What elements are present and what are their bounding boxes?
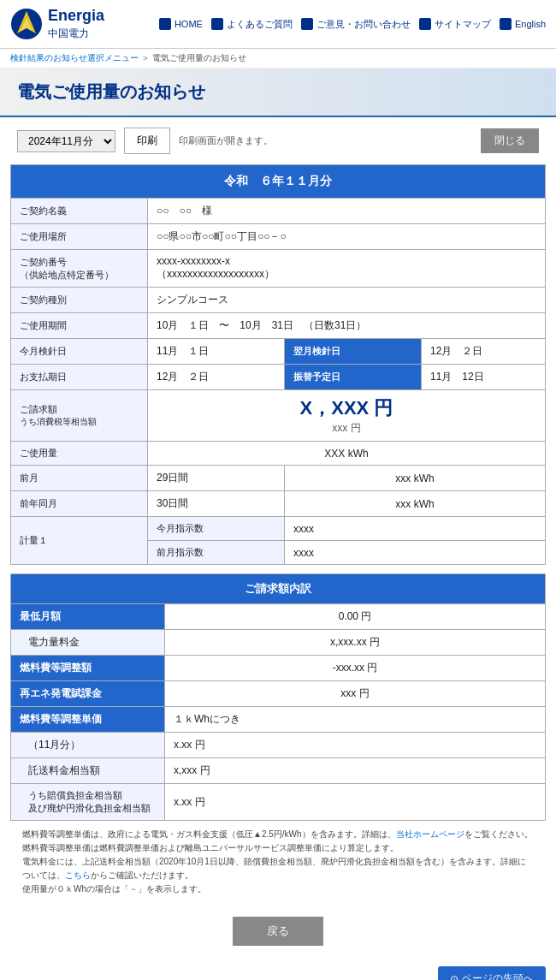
value-billing: X，XXX 円 xxx 円: [148, 390, 546, 442]
close-button[interactable]: 閉じる: [481, 128, 539, 153]
nav-home[interactable]: HHOME: [159, 18, 203, 30]
label-meter1: 計量１: [11, 517, 148, 565]
footnote-link-1[interactable]: 当社ホームページ: [396, 829, 464, 839]
value-this-meter-date: 11月 １日: [148, 339, 285, 365]
nav-faq[interactable]: ?よくあるご質問: [211, 18, 293, 31]
table-row: ご契約番号（供給地点特定番号） xxxx-xxxxxxxx-x（xxxxxxxx…: [11, 250, 546, 288]
table-row-payment: お支払期日 12月 ２日 振替予定日 11月 12日: [11, 365, 546, 390]
label-this-meter-date: 今月検針日: [11, 339, 148, 365]
table-row-billing: ご請求額うち消費税等相当額 X，XXX 円 xxx 円: [11, 390, 546, 442]
page-title: 電気ご使用量のお知らせ: [17, 80, 539, 104]
breadcrumb-current: 電気ご使用量のお知らせ: [152, 53, 246, 62]
value-payment-due: 12月 ２日: [148, 365, 285, 390]
value-usage: XXX kWh: [148, 442, 546, 466]
sitemap-icon: S: [419, 18, 431, 30]
label-electricity-fee: 電力量料金: [11, 630, 165, 656]
billing-row-unit-header: 燃料費等調整単価 １ｋWhにつき: [11, 707, 546, 733]
billing-row-taku: 託送料金相当額 x,xxx 円: [11, 758, 546, 784]
breadcrumb: 検針結果のお知らせ選択メニュー ＞ 電気ご使用量のお知らせ: [0, 49, 556, 68]
nav-english[interactable]: EEnglish: [500, 18, 546, 30]
home-icon: H: [159, 18, 171, 30]
billing-sub-value: xxx 円: [157, 421, 536, 436]
table-row: ご使用場所 ○○県○○市○○町○○丁目○○－○: [11, 224, 546, 250]
billing-row-electricity: 電力量料金 x,xxx.xx 円: [11, 630, 546, 656]
label-payment-due: お支払期日: [11, 365, 148, 390]
nav-links: HHOME ?よくあるご質問 Mご意見・お問い合わせ Sサイトマップ EEngl…: [159, 18, 546, 31]
value-contract-num: xxxx-xxxxxxxx-x（xxxxxxxxxxxxxxxxxxx）: [148, 250, 546, 288]
label-usage: ご使用量: [11, 442, 148, 466]
print-button[interactable]: 印刷: [124, 128, 170, 154]
billing-row-min: 最低月額 0.00 円: [11, 604, 546, 630]
label-contract-type: ご契約種別: [11, 288, 148, 313]
table-row-prev-month: 前月 29日間 xxx kWh: [11, 466, 546, 491]
label-usage-period: ご使用期間: [11, 313, 148, 339]
billing-detail-header: ご請求額内訳: [11, 574, 546, 604]
label-contract-num: ご契約番号（供給地点特定番号）: [11, 250, 148, 288]
nav-sitemap[interactable]: Sサイトマップ: [419, 18, 491, 31]
value-renewable: xxx 円: [165, 681, 546, 707]
value-contract-type: シンプルコース: [148, 288, 546, 313]
footnote-1: 燃料費等調整単価は、政府による電気・ガス料金支援（低圧▲2.5円/kWh）を含み…: [22, 828, 534, 841]
month-select[interactable]: 2024年11月分 2024年10月分 2024年9月分: [17, 130, 115, 152]
billing-row-unit-sub: （11月分） x.xx 円: [11, 733, 546, 758]
label-unit-sub: （11月分）: [11, 733, 165, 758]
back-button[interactable]: 戻る: [233, 917, 323, 946]
nav-contact[interactable]: Mご意見・お問い合わせ: [301, 18, 411, 31]
label-this-month-reading: 今月指示数: [148, 517, 285, 541]
back-button-area: 戻る: [10, 903, 546, 959]
footnote-3: 電気料金には、上記送料金相当額（2020年10月1日以降、賠償費担金相当額、廃炉…: [22, 855, 534, 882]
controls-area: 2024年11月分 2024年10月分 2024年9月分 印刷 印刷画面が開きま…: [0, 117, 556, 164]
table-row-meter-dates: 今月検針日 11月 １日 翌月検針日 12月 ２日: [11, 339, 546, 365]
page-title-bar: 電気ご使用量のお知らせ: [0, 68, 556, 117]
value-electricity-fee: x,xxx.xx 円: [165, 630, 546, 656]
label-transfer-date: 振替予定日: [285, 365, 422, 390]
footnote-link-3[interactable]: こちら: [65, 870, 91, 880]
breadcrumb-link[interactable]: 検針結果のお知らせ選択メニュー: [10, 53, 139, 62]
label-prev-year: 前年同月: [11, 491, 148, 517]
label-min-monthly: 最低月額: [11, 604, 165, 630]
value-unit-header: １ｋWhにつき: [165, 707, 546, 733]
label-unit-header: 燃料費等調整単価: [11, 707, 165, 733]
value-keiyaku-name: ○○ ○○ 様: [148, 199, 546, 224]
label-prev-month-reading: 前月指示数: [148, 541, 285, 565]
table-row: ご契約種別 シンプルコース: [11, 288, 546, 313]
value-location: ○○県○○市○○町○○丁目○○－○: [148, 224, 546, 250]
value-taku: x,xxx 円: [165, 758, 546, 784]
table-row-prev-year: 前年同月 30日間 xxx kWh: [11, 491, 546, 517]
print-note: 印刷画面が開きます。: [179, 134, 273, 147]
table-row: ご契約名義 ○○ ○○ 様: [11, 199, 546, 224]
billing-main-value: X，XXX 円: [157, 395, 536, 421]
label-prev-month: 前月: [11, 466, 148, 491]
breadcrumb-separator: ＞: [141, 53, 150, 62]
label-renewable: 再エネ発電賦課金: [11, 681, 165, 707]
table-row-meter1-label: 計量１ 今月指示数 xxxx: [11, 517, 546, 541]
label-haisho: うち賠償負担金相当額及び廃炉円滑化負担金相当額: [11, 784, 165, 821]
value-usage-period: 10月 １日 〜 10月 31日 （日数31日）: [148, 313, 546, 339]
billing-row-haisho: うち賠償負担金相当額及び廃炉円滑化負担金相当額 x.xx 円: [11, 784, 546, 821]
faq-icon: ?: [211, 18, 223, 30]
label-location: ご使用場所: [11, 224, 148, 250]
to-top-button[interactable]: ⊙ ページの先頭へ: [438, 966, 546, 980]
to-top-area: ⊙ ページの先頭へ: [0, 959, 556, 980]
label-fuel-adj: 燃料費等調整額: [11, 656, 165, 681]
brand-name: Energia: [48, 7, 104, 25]
value-haisho: x.xx 円: [165, 784, 546, 821]
page-header: Energia 中国電力 HHOME ?よくあるご質問 Mご意見・お問い合わせ …: [0, 0, 556, 49]
value-prev-month-reading: xxxx: [285, 541, 546, 565]
label-taku: 託送料金相当額: [11, 758, 165, 784]
table-row: ご使用期間 10月 １日 〜 10月 31日 （日数31日）: [11, 313, 546, 339]
value-transfer-date: 11月 12日: [422, 365, 546, 390]
value-unit-sub: x.xx 円: [165, 733, 546, 758]
billing-detail-table: ご請求額内訳 最低月額 0.00 円 電力量料金 x,xxx.xx 円 燃料費等…: [10, 573, 546, 821]
logo-area: Energia 中国電力: [10, 7, 104, 41]
value-fuel-adj: -xxx.xx 円: [165, 656, 546, 681]
value-this-month-reading: xxxx: [285, 517, 546, 541]
english-icon: E: [500, 18, 512, 30]
footnote-2: 燃料費等調整単価は燃料費調整単価および離島ユニバーサルサービス調整単価により算定…: [22, 841, 534, 855]
billing-row-renewable: 再エネ発電賦課金 xxx 円: [11, 681, 546, 707]
circle-arrow-icon: ⊙: [450, 973, 458, 981]
to-top-label: ページの先頭へ: [462, 971, 534, 980]
billing-row-fuel: 燃料費等調整額 -xxx.xx 円: [11, 656, 546, 681]
label-billing: ご請求額うち消費税等相当額: [11, 390, 148, 442]
value-prev-year-days: 30日間: [148, 491, 285, 517]
